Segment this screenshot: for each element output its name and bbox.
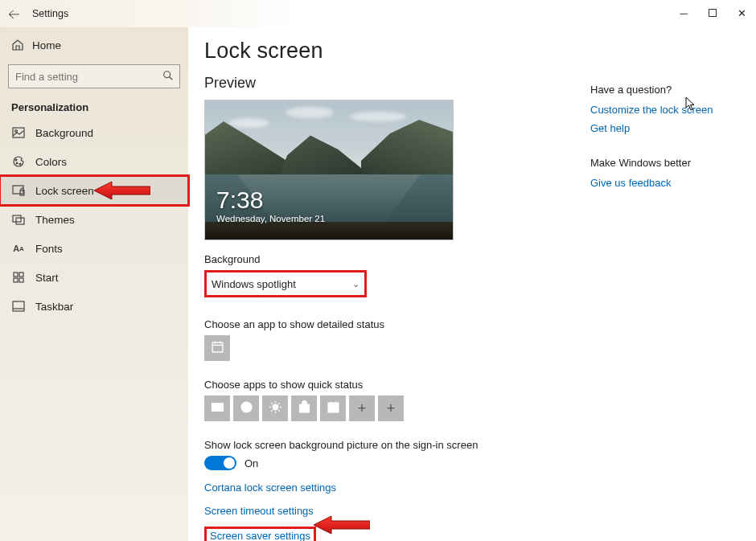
help-sidebar: Have a question? Customize the lock scre… <box>590 39 743 541</box>
sidebar-item-label: Colors <box>35 156 67 168</box>
quick-status-app-weather[interactable] <box>262 396 288 421</box>
sidebar-section-title: Personalization <box>0 93 188 118</box>
signin-background-toggle[interactable] <box>204 456 236 470</box>
mail-icon <box>211 400 224 416</box>
svg-rect-12 <box>19 273 23 277</box>
quick-status-app-store[interactable] <box>291 396 317 421</box>
sidebar-item-label: Background <box>35 127 93 139</box>
svg-rect-2 <box>13 128 24 137</box>
svg-rect-10 <box>16 218 24 224</box>
maximize-button[interactable] <box>698 0 727 27</box>
sidebar-item-label: Start <box>35 272 59 284</box>
detailed-status-label: Choose an app to show detailed status <box>204 318 590 330</box>
sidebar-item-taskbar[interactable]: Taskbar <box>0 292 188 321</box>
toggle-state-label: On <box>244 457 258 469</box>
quick-status-app-mail[interactable] <box>204 396 230 421</box>
mouse-cursor <box>685 96 696 113</box>
home-icon <box>11 39 24 51</box>
title-bar: 🡠 Settings ─ ✕ <box>0 0 756 27</box>
background-label: Background <box>204 253 590 265</box>
svg-point-5 <box>16 162 18 164</box>
svg-line-30 <box>271 410 273 412</box>
sidebar-home-label: Home <box>32 39 61 51</box>
svg-line-28 <box>271 403 273 404</box>
quick-status-label: Choose apps to show quick status <box>204 379 590 391</box>
minimize-button[interactable]: ─ <box>669 0 698 27</box>
window-title: Settings <box>27 8 68 19</box>
weather-icon <box>269 400 282 416</box>
preview-time: 7:38 <box>216 188 325 212</box>
feedback-heading: Make Windows better <box>590 157 743 169</box>
sidebar-item-fonts[interactable]: AA Fonts <box>0 234 188 263</box>
store-icon <box>298 400 311 416</box>
link-screen-timeout[interactable]: Screen timeout settings <box>204 505 590 517</box>
link-screen-saver[interactable]: Screen saver settings <box>204 527 316 541</box>
sidebar-item-background[interactable]: Background <box>0 118 188 147</box>
svg-rect-33 <box>328 403 339 412</box>
start-icon <box>11 271 26 284</box>
preview-clock: 7:38 Wednesday, November 21 <box>216 188 325 223</box>
plus-icon: + <box>387 400 396 417</box>
search-box[interactable] <box>8 64 180 88</box>
sidebar: Home Personalization Background Colors L… <box>0 27 188 541</box>
sidebar-item-start[interactable]: Start <box>0 263 188 292</box>
lock-screen-preview[interactable]: 7:38 Wednesday, November 21 <box>204 100 454 240</box>
svg-line-1 <box>170 77 173 80</box>
link-cortana-settings[interactable]: Cortana lock screen settings <box>204 482 590 494</box>
back-button[interactable]: 🡠 <box>0 7 27 21</box>
svg-rect-13 <box>14 278 18 282</box>
picture-icon <box>11 126 26 139</box>
close-button[interactable]: ✕ <box>727 0 756 27</box>
svg-line-29 <box>278 410 280 412</box>
svg-rect-11 <box>14 273 18 277</box>
svg-rect-7 <box>13 186 23 194</box>
svg-rect-14 <box>19 278 23 282</box>
svg-point-3 <box>15 130 18 133</box>
svg-rect-9 <box>13 215 21 222</box>
signin-background-label: Show lock screen background picture on t… <box>204 439 590 451</box>
svg-point-4 <box>15 159 17 161</box>
palette-icon <box>11 155 26 168</box>
sidebar-item-label: Fonts <box>35 243 63 255</box>
search-input[interactable] <box>8 64 180 88</box>
link-get-help[interactable]: Get help <box>590 122 743 134</box>
background-value: Windows spotlight <box>212 278 296 290</box>
lock-screen-icon <box>11 184 26 197</box>
preview-date: Wednesday, November 21 <box>216 214 325 223</box>
svg-point-0 <box>164 72 171 78</box>
svg-rect-17 <box>212 342 223 352</box>
detailed-status-app-calendar[interactable] <box>204 335 230 361</box>
quick-status-app-calendar[interactable] <box>320 396 346 421</box>
sidebar-item-label: Taskbar <box>35 301 73 313</box>
background-dropdown[interactable]: Windows spotlight ⌄ <box>204 270 367 297</box>
link-give-feedback[interactable]: Give us feedback <box>590 177 743 189</box>
plus-icon: + <box>358 400 367 417</box>
search-icon <box>162 70 174 84</box>
fonts-icon: AA <box>11 242 26 255</box>
svg-point-23 <box>273 404 277 409</box>
help-question-heading: Have a question? <box>590 84 743 96</box>
taskbar-icon <box>11 300 26 313</box>
svg-rect-32 <box>299 404 309 412</box>
svg-point-6 <box>19 163 21 165</box>
page-title: Lock screen <box>204 39 590 64</box>
svg-rect-15 <box>13 301 24 311</box>
clock-icon <box>240 400 253 416</box>
preview-heading: Preview <box>204 75 590 92</box>
chevron-down-icon: ⌄ <box>352 279 360 289</box>
sidebar-home[interactable]: Home <box>0 32 188 58</box>
sidebar-item-colors[interactable]: Colors <box>0 147 188 176</box>
main-content: Lock screen Preview 7:38 Wednesday, Nove… <box>204 39 590 541</box>
sidebar-item-lock-screen[interactable]: Lock screen <box>0 176 188 205</box>
sidebar-item-label: Themes <box>35 214 75 226</box>
themes-icon <box>11 213 26 226</box>
calendar-icon <box>327 400 340 416</box>
sidebar-item-label: Lock screen <box>35 185 94 197</box>
calendar-icon <box>211 340 224 356</box>
quick-status-app-alarms[interactable] <box>233 396 259 421</box>
link-customize-lock-screen[interactable]: Customize the lock screen <box>590 104 743 116</box>
quick-status-add-slot-1[interactable]: + <box>349 396 375 421</box>
svg-line-31 <box>278 403 280 404</box>
quick-status-add-slot-2[interactable]: + <box>378 396 404 421</box>
sidebar-item-themes[interactable]: Themes <box>0 205 188 234</box>
